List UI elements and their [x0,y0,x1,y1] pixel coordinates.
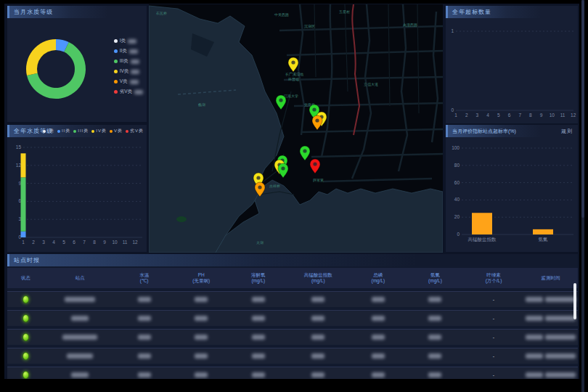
x-tick-label: 氨氮 [539,237,549,242]
cell [407,316,464,321]
cell [287,316,349,321]
stack-bar-III类-month1[interactable] [21,177,26,231]
donut-legend-item-V类[interactable]: V类 [114,78,143,85]
redacted-value [545,297,576,302]
year-exceed-chart[interactable]: 01123456789101112 [446,18,578,123]
column-header-8: 氨氮(mg/L) [407,272,464,284]
redacted-value [428,297,441,302]
column-title: 氨氮 [407,272,464,278]
redacted-value [252,372,265,377]
donut-slice-IV类[interactable] [26,39,56,75]
column-title: 总磷 [350,272,407,278]
stack-legend-item-劣V类[interactable]: 劣V类 [126,125,144,137]
legend-dot [91,130,94,133]
redacted-value [195,335,208,340]
x-tick-label: 4 [52,240,55,245]
pin-hole [281,166,285,170]
table-row-3[interactable]: - [7,329,578,345]
cell [44,354,115,359]
y-tick-label: 100 [452,145,460,150]
cell [523,354,578,359]
column-header-9: 叶绿素(万个/L) [464,272,524,284]
redacted-value [526,335,543,340]
year-grade-stacked-chart[interactable]: 03691215123456789101112 [7,137,147,252]
cell [230,316,287,321]
rate-bar-氨氮[interactable] [533,229,553,234]
status-cell [7,352,44,360]
donut-legend-item-IV类[interactable]: IV类 [114,68,143,75]
status-green-dot [23,314,29,322]
map-panel: 石瓦桥中吴西路滨湖区五星村高浪西路长广溪湿地科普馆江南大学北亚桥立信大道吉祥桥薛… [149,4,443,253]
page-scrollbar[interactable] [581,0,584,392]
y-tick-label: 80 [454,163,460,168]
x-tick-label: 3 [42,240,45,245]
map-canvas[interactable]: 石瓦桥中吴西路滨湖区五星村高浪西路长广溪湿地科普馆江南大学北亚桥立信大道吉祥桥薛… [149,4,443,253]
stack-legend-item-IV类[interactable]: IV类 [91,125,107,137]
stack-legend-item-I类[interactable]: I类 [43,125,54,137]
map-label: 中吴西路 [274,12,289,17]
legend-label: III类 [78,125,89,137]
redacted-value [545,354,576,359]
cell [173,297,230,302]
page-scrollbar-thumb[interactable] [581,0,584,218]
redacted-value [372,297,385,302]
map-label: 长广溪湿地 [285,72,303,77]
redacted-value [138,372,151,377]
redacted-value [428,335,441,340]
redacted-value [195,316,208,321]
legend-label: V类 [114,125,123,137]
table-row-1[interactable]: - [7,291,578,307]
stack-legend-item-II类[interactable]: II类 [57,125,70,137]
x-tick-label: 6 [508,113,511,118]
map-label: 科普馆 [288,77,299,82]
status-green-dot [23,333,29,341]
donut-legend-item-III类[interactable]: III类 [114,58,143,65]
donut-legend-item-II类[interactable]: II类 [114,48,143,54]
redacted-value [311,354,324,359]
cell [350,354,407,359]
stack-bar-IV类-month1[interactable] [21,153,26,177]
cell [115,316,173,321]
stack-legend-item-V类[interactable]: V类 [110,125,123,137]
column-header-1: 状态 [7,275,44,281]
y-tick-label: 0 [457,232,460,237]
status-green-dot [23,352,29,360]
panel-title-text: 全年超标数量 [452,9,491,15]
cell: - [464,316,524,321]
cell [230,335,287,340]
cell [523,335,578,340]
redacted-value [71,316,89,321]
y-tick-label: 12 [16,163,22,168]
table-scrollbar-thumb[interactable] [573,283,576,319]
map-label: 太湖 [256,240,264,245]
rate-bar-高锰酸盐指数[interactable] [472,213,492,234]
month-rate-bar-chart[interactable]: 020406080100高锰酸盐指数氨氮 [446,137,578,252]
legend-dot [114,49,118,53]
y-tick-label: 20 [454,214,460,219]
y-tick-label: 1 [451,28,454,33]
column-header-5: 溶解氧(mg/L) [230,272,287,284]
month-grade-donut-chart[interactable] [7,18,116,122]
table-row-2[interactable]: - [7,310,578,326]
stack-legend-item-III类[interactable]: III类 [73,125,89,137]
x-tick-label: 10 [550,113,555,118]
donut-legend: I类II类III类IV类V类劣V类 [114,38,143,95]
pin-hole [258,185,261,189]
map-label: 石瓦桥 [156,11,167,16]
donut-legend-item-劣V类[interactable]: 劣V类 [114,89,143,95]
cell [44,297,115,302]
redacted-value [428,316,441,321]
y-tick-label: 40 [454,197,460,202]
cell [350,297,407,302]
table-row-4[interactable]: - [7,348,578,364]
table-row-5[interactable]: - [7,367,578,379]
cell [407,297,464,302]
redacted-value [131,70,139,74]
y-tick-label: 15 [16,144,22,150]
stack-bar-II类-month1[interactable] [21,232,26,237]
redacted-value [545,372,576,377]
column-header-3: 水温(℃) [115,272,173,284]
cell: - [464,297,524,302]
rules-button[interactable]: 规则 [561,125,573,137]
donut-legend-item-I类[interactable]: I类 [114,38,143,44]
